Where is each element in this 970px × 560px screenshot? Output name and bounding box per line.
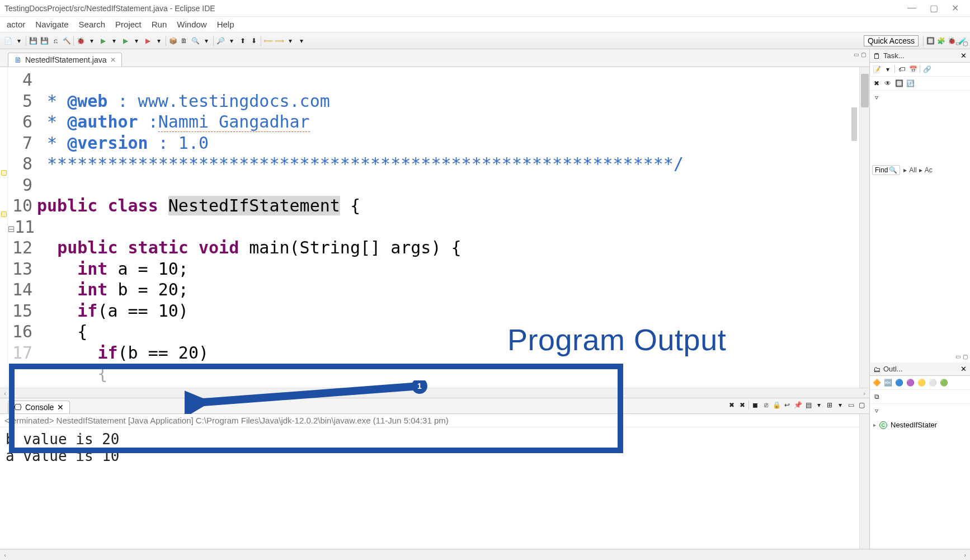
task-breadcrumb[interactable]: ▸ All ▸ Ac (903, 166, 932, 174)
java-perspective-icon[interactable]: 🧩 (936, 36, 945, 45)
toggle-icon[interactable]: ⎌ (51, 36, 60, 45)
link-editor-icon[interactable]: 🟢 (939, 378, 948, 387)
focus-icon[interactable]: 🔗 (922, 65, 931, 74)
minimize-icon[interactable]: — (907, 3, 916, 13)
annotation-prev-icon[interactable]: ⬆ (238, 36, 247, 45)
categorize-icon[interactable]: 🏷 (897, 65, 906, 74)
terminate-icon[interactable]: ◼ (751, 401, 760, 410)
dropdown-icon[interactable]: ▾ (814, 401, 823, 410)
hide-nonpublic-icon[interactable]: 🟡 (917, 378, 926, 387)
dropdown-icon[interactable]: ▾ (883, 65, 892, 74)
workbench-horizontal-scrollbar[interactable]: ‹ › (0, 549, 970, 560)
annotation-next-icon[interactable]: ⬇ (249, 36, 258, 45)
menu-actor[interactable]: actor (2, 17, 30, 31)
debug-perspective-icon[interactable]: 🐞 (947, 36, 956, 45)
scroll-right-icon[interactable]: › (859, 390, 869, 397)
menu-search[interactable]: Search (74, 17, 110, 31)
clear-console-icon[interactable]: ✖ (727, 401, 736, 410)
filter-icon[interactable]: 🔲 (894, 79, 903, 88)
maximize-view-icon[interactable]: ▢ (857, 401, 866, 410)
schedule-icon[interactable]: 📅 (908, 65, 917, 74)
new-task-icon[interactable]: 📝 (872, 65, 881, 74)
collapse-icon[interactable]: ✖ (872, 79, 881, 88)
scroll-right-icon[interactable]: › (960, 552, 970, 558)
forward-icon[interactable]: ⟹ (275, 36, 284, 45)
minimize-view-icon[interactable]: ▭ (955, 354, 960, 360)
svg-text:1: 1 (417, 382, 422, 390)
menu-dropdown-icon[interactable]: ▿ (872, 93, 881, 102)
collapse-all-icon[interactable]: ⧉ (872, 392, 881, 401)
hide-static-icon[interactable]: 🟣 (906, 378, 915, 387)
outline-toolbar: 🔶 🔤 🔵 🟣 🟡 ⚪ 🟢 (870, 376, 970, 390)
maximize-icon[interactable]: ▢ (930, 3, 938, 13)
word-wrap-icon[interactable]: ↩ (783, 401, 792, 410)
dropdown-icon[interactable]: ▾ (132, 36, 141, 45)
dropdown-icon[interactable]: ▾ (87, 36, 96, 45)
new-package-icon[interactable]: 📦 (168, 36, 177, 45)
sync-icon[interactable]: 🔃 (906, 79, 915, 88)
editor-vertical-scrollbar[interactable] (859, 67, 869, 388)
hide-local-icon[interactable]: ⚪ (928, 378, 937, 387)
expand-icon[interactable]: ▸ (873, 422, 876, 428)
dropdown-icon[interactable]: ▾ (297, 36, 306, 45)
console-vertical-scrollbar[interactable] (859, 414, 869, 549)
minimize-view-icon[interactable]: ▭ (846, 401, 855, 410)
dropdown-icon[interactable]: ▾ (110, 36, 119, 45)
hide-fields-icon[interactable]: 🔵 (894, 378, 903, 387)
pin-console-icon[interactable]: 📌 (793, 401, 802, 410)
open-type-icon[interactable]: 🔍 (191, 36, 200, 45)
focus-icon[interactable]: 🔶 (872, 378, 881, 387)
close-tab-icon[interactable]: ✕ (110, 56, 116, 64)
outline-class-item[interactable]: ▸ C NestedIfStater (872, 420, 968, 430)
save-icon[interactable]: 💾 (29, 36, 37, 45)
external-tools-icon[interactable]: ▶ (143, 36, 152, 45)
debug-icon[interactable]: 🐞 (76, 36, 85, 45)
code-editor[interactable]: 4 5 6 7 8 9 10 ⊟11 12 13 14 15 16 17 * @… (0, 67, 869, 388)
coverage-icon[interactable]: ▶ (121, 36, 130, 45)
menu-run[interactable]: Run (147, 17, 172, 31)
menu-help[interactable]: Help (213, 17, 239, 31)
maximize-view-icon[interactable]: ▢ (963, 354, 968, 360)
dropdown-icon[interactable]: ▾ (15, 36, 23, 45)
maximize-view-icon[interactable]: ▢ (861, 51, 866, 58)
maximize-view-icon[interactable]: ▢ (963, 40, 968, 46)
window-title-bar: TestingDocsProject/src/NestedIfStatement… (0, 0, 970, 17)
run-icon[interactable]: ▶ (98, 36, 107, 45)
scroll-lock-icon[interactable]: 🔒 (772, 401, 781, 410)
task-list-tab[interactable]: 🗒 Task... ✕ ▭ ▢ (870, 49, 970, 63)
menu-dropdown-icon[interactable]: ▿ (872, 406, 881, 415)
minimize-view-icon[interactable]: ▭ (955, 40, 960, 46)
back-icon[interactable]: ⟸ (263, 36, 272, 45)
outline-tab[interactable]: 🗂 Outl... ✕ ▭ ▢ (870, 363, 970, 376)
annotation-arrow-icon: 1 (185, 380, 431, 416)
save-all-icon[interactable]: 💾 (40, 36, 49, 45)
new-icon[interactable]: 📄 (3, 36, 12, 45)
sort-icon[interactable]: 🔤 (883, 378, 892, 387)
menu-window[interactable]: Window (172, 17, 211, 31)
dropdown-icon[interactable]: ▾ (154, 36, 163, 45)
scroll-left-icon[interactable]: ‹ (0, 552, 10, 558)
new-console-icon[interactable]: ⊞ (825, 401, 834, 410)
search-icon[interactable]: 🔎 (216, 36, 225, 45)
menu-project[interactable]: Project (111, 17, 146, 31)
minimize-view-icon[interactable]: ▭ (854, 51, 859, 58)
remove-launch-icon[interactable]: ✖ (738, 401, 747, 410)
remove-all-icon[interactable]: ⎚ (761, 401, 770, 410)
menu-navigate[interactable]: Navigate (31, 17, 73, 31)
code-content[interactable]: * @web : www.testingdocs.com * @author :… (37, 67, 859, 388)
close-icon[interactable]: ✕ (952, 3, 959, 13)
new-class-icon[interactable]: 🗎 (180, 36, 189, 45)
editor-tab-nestedifstatement[interactable]: 🗎 NestedIfStatement.java ✕ (8, 53, 122, 67)
dropdown-icon[interactable]: ▾ (836, 401, 845, 410)
quick-access[interactable]: Quick Access (864, 35, 919, 46)
open-perspective-icon[interactable]: 🔲 (926, 36, 935, 45)
dropdown-icon[interactable]: ▾ (202, 36, 211, 45)
display-selected-icon[interactable]: ▤ (804, 401, 813, 410)
close-tab-icon[interactable]: ✕ (960, 365, 967, 373)
dropdown-icon[interactable]: ▾ (286, 36, 295, 45)
hide-icon[interactable]: 👁 (883, 79, 892, 88)
dropdown-icon[interactable]: ▾ (227, 36, 236, 45)
find-tasks-button[interactable]: Find🔍 (872, 165, 900, 175)
build-icon[interactable]: 🔨 (62, 36, 71, 45)
close-tab-icon[interactable]: ✕ (960, 51, 967, 60)
